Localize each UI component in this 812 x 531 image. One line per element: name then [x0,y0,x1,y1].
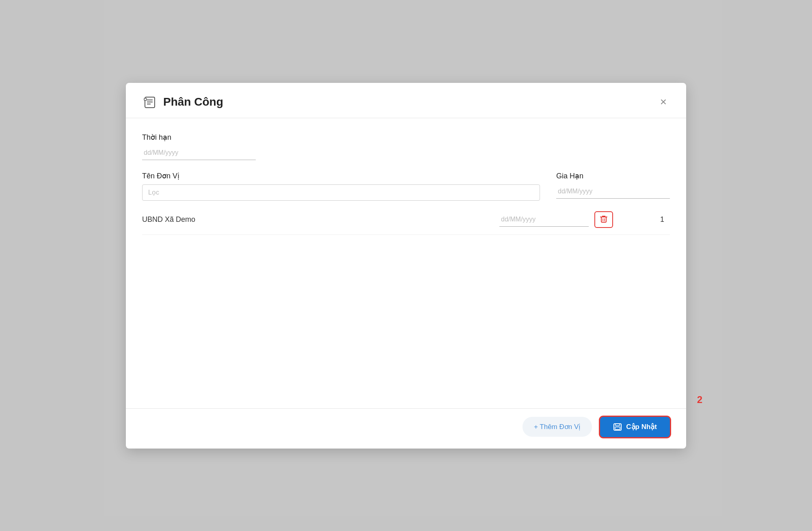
thoi-han-label: Thời hạn [142,133,670,142]
cap-nhat-button[interactable]: Cập Nhật [600,417,670,437]
row-date-input[interactable] [499,212,589,227]
dialog-icon [142,94,158,110]
ten-don-vi-filter-input[interactable] [142,184,540,201]
gia-han-label: Gia Hạn [556,171,670,180]
thoi-han-section: Thời hạn [142,133,670,160]
footer-annotation: 2 [697,394,702,405]
gia-han-header-input[interactable] [556,184,670,199]
cap-nhat-label: Cập Nhật [626,423,657,431]
svg-rect-5 [601,217,606,222]
dialog: Phân Công × Thời hạn Tên Đơn Vị Gia Hạn [126,83,686,449]
dialog-body: Thời hạn Tên Đơn Vị Gia Hạn UBND Xã Demo [126,118,686,408]
dialog-title: Phân Công [163,95,223,108]
delete-button[interactable] [594,211,613,228]
data-rows-section: UBND Xã Demo [142,205,670,235]
dialog-footer: 2 + Thêm Đơn Vị Cập Nhật [126,408,686,449]
svg-rect-10 [615,427,620,429]
row-right-section [499,211,637,228]
dialog-title-group: Phân Công [142,94,223,110]
them-don-vi-button[interactable]: + Thêm Đơn Vị [523,417,592,437]
ten-don-vi-col: Tên Đơn Vị [142,171,540,201]
dialog-overlay: Phân Công × Thời hạn Tên Đơn Vị Gia Hạn [0,0,812,531]
row-number: 1 [660,215,670,224]
close-button[interactable]: × [657,95,670,109]
svg-rect-4 [144,98,147,100]
header-row: Tên Đơn Vị Gia Hạn [142,171,670,201]
ten-don-vi-label: Tên Đơn Vị [142,171,540,180]
thoi-han-input[interactable] [142,146,256,160]
dialog-header: Phân Công × [126,83,686,118]
trash-icon [599,215,608,225]
table-row: UBND Xã Demo [142,205,670,235]
row-unit-name: UBND Xã Demo [142,215,483,224]
gia-han-col: Gia Hạn [556,171,670,199]
svg-rect-9 [615,424,620,426]
